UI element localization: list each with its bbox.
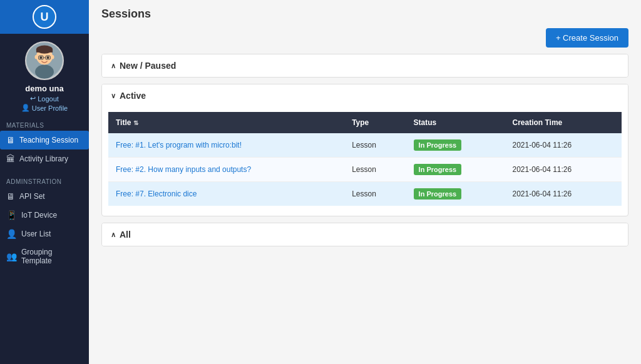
all-header[interactable]: ∧ All (102, 223, 628, 246)
status-badge: In Progress (414, 164, 462, 175)
all-section: ∧ All (101, 223, 628, 246)
new-paused-chevron: ∧ (111, 62, 116, 70)
all-chevron: ∧ (111, 231, 116, 239)
api-set-icon: 🖥 (6, 191, 15, 201)
new-paused-label: New / Paused (120, 61, 176, 71)
username: demo una (25, 84, 63, 93)
active-header[interactable]: ∨ Active (102, 84, 628, 107)
sidebar-item-teaching-session[interactable]: 🖥 Teaching Session (0, 131, 89, 149)
svg-point-9 (47, 56, 49, 59)
app-logo: U (33, 5, 56, 29)
profile-label: User Profile (32, 104, 68, 112)
main-content: Sessions + Create Session ∧ New / Paused… (89, 0, 641, 364)
cell-type: Lesson (344, 182, 406, 206)
col-status: Status (406, 112, 505, 133)
iot-device-icon: 📱 (6, 210, 17, 220)
materials-section-label: Materials (0, 117, 89, 131)
col-type-label: Type (352, 118, 369, 127)
logout-icon: ↩ (30, 94, 36, 103)
status-badge: In Progress (414, 139, 462, 151)
avatar-svg (26, 41, 63, 79)
avatar-area: demo una ↩ Logout 👤 User Profile (0, 34, 89, 117)
teaching-session-icon: 🖥 (6, 135, 15, 145)
sidebar-item-grouping-template[interactable]: 👥 Grouping Template (0, 243, 89, 270)
all-label: All (120, 230, 131, 240)
toolbar: + Create Session (101, 28, 628, 48)
sidebar-item-label-grouping-template: Grouping Template (21, 248, 83, 265)
cell-title[interactable]: Free: #7. Electronic dice (108, 182, 344, 206)
col-creation-time: Creation Time (505, 112, 622, 133)
sidebar-item-activity-library[interactable]: 🏛 Activity Library (0, 149, 89, 168)
status-badge: In Progress (414, 188, 462, 200)
user-links: ↩ Logout 👤 User Profile (21, 94, 68, 112)
col-title[interactable]: Title ⇅ (108, 112, 344, 133)
cell-type: Lesson (344, 133, 406, 158)
user-list-icon: 👤 (6, 229, 17, 239)
sidebar-item-api-set[interactable]: 🖥 API Set (0, 187, 89, 206)
svg-point-1 (35, 64, 54, 78)
cell-creation-time: 2021-06-04 11:26 (505, 158, 622, 182)
svg-rect-4 (36, 49, 53, 53)
col-creation-time-label: Creation Time (512, 118, 562, 127)
logout-label: Logout (38, 95, 59, 103)
active-table-wrap: Title ⇅ Type Status Creation Time (102, 112, 628, 216)
new-paused-header[interactable]: ∧ New / Paused (102, 54, 628, 77)
active-chevron: ∨ (111, 92, 116, 100)
sidebar-item-label-user-list: User List (21, 230, 51, 238)
logo-area: U (0, 0, 89, 34)
session-link[interactable]: Free: #2. How many inputs and outputs? (116, 165, 251, 174)
sidebar-item-user-list[interactable]: 👤 User List (0, 225, 89, 243)
avatar (25, 41, 64, 80)
svg-point-10 (35, 55, 38, 59)
create-session-button[interactable]: + Create Session (546, 28, 628, 48)
svg-point-11 (51, 55, 54, 59)
logout-link[interactable]: ↩ Logout (30, 94, 59, 103)
session-link[interactable]: Free: #1. Let's program with micro:bit! (116, 141, 242, 149)
session-link[interactable]: Free: #7. Electronic dice (116, 190, 197, 198)
admin-section-label: Adminstration (0, 173, 89, 187)
cell-title[interactable]: Free: #1. Let's program with micro:bit! (108, 133, 344, 158)
table-row: Free: #1. Let's program with micro:bit!L… (108, 133, 622, 158)
page-title: Sessions (101, 8, 628, 21)
cell-creation-time: 2021-06-04 11:26 (505, 133, 622, 158)
sidebar-item-label-iot-device: IoT Device (21, 211, 57, 220)
cell-title[interactable]: Free: #2. How many inputs and outputs? (108, 158, 344, 182)
logo-letter: U (41, 11, 49, 24)
cell-status: In Progress (406, 158, 505, 182)
col-title-label: Title (116, 118, 131, 127)
activity-library-icon: 🏛 (6, 154, 15, 164)
table-row: Free: #7. Electronic diceLessonIn Progre… (108, 182, 622, 206)
cell-status: In Progress (406, 133, 505, 158)
cell-type: Lesson (344, 158, 406, 182)
profile-icon: 👤 (21, 104, 30, 112)
table-header: Title ⇅ Type Status Creation Time (108, 112, 622, 133)
col-status-label: Status (414, 118, 437, 127)
sessions-table: Title ⇅ Type Status Creation Time (108, 112, 622, 206)
profile-link[interactable]: 👤 User Profile (21, 104, 68, 112)
svg-point-8 (40, 56, 43, 59)
sidebar: U (0, 0, 89, 364)
active-label: Active (120, 91, 146, 101)
table-body: Free: #1. Let's program with micro:bit!L… (108, 133, 622, 206)
cell-status: In Progress (406, 182, 505, 206)
sidebar-item-label-api-set: API Set (19, 192, 45, 201)
cell-creation-time: 2021-06-04 11:26 (505, 182, 622, 206)
table-row: Free: #2. How many inputs and outputs?Le… (108, 158, 622, 182)
sidebar-item-label-activity-library: Activity Library (19, 154, 68, 163)
grouping-template-icon: 👥 (6, 251, 17, 261)
active-section: ∨ Active Title ⇅ Type (101, 84, 628, 216)
new-paused-section: ∧ New / Paused (101, 54, 628, 78)
sidebar-item-label-teaching-session: Teaching Session (19, 136, 78, 144)
sidebar-item-iot-device[interactable]: 📱 IoT Device (0, 206, 89, 225)
col-type: Type (344, 112, 406, 133)
sort-icon: ⇅ (133, 119, 138, 126)
